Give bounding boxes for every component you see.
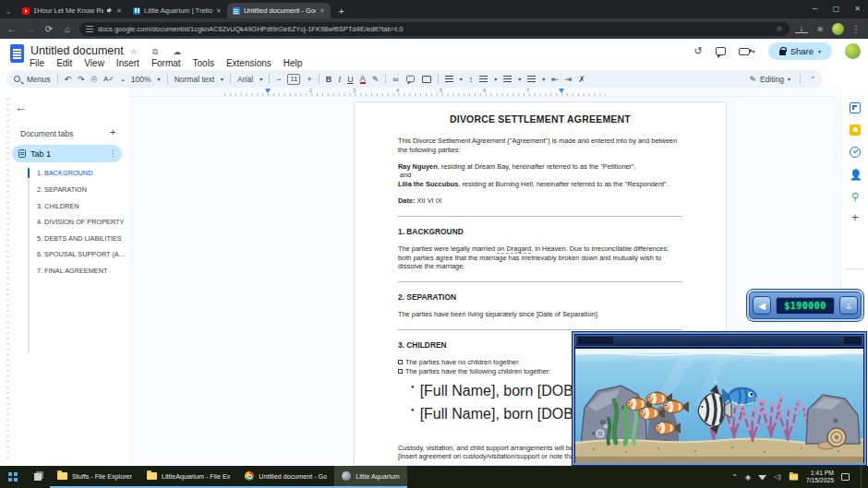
outline-item-final[interactable]: 7. FINAL AGREEMENT — [37, 267, 127, 275]
align-icon[interactable] — [445, 76, 453, 82]
right-indent-marker[interactable] — [559, 89, 564, 93]
checklist-icon[interactable] — [479, 76, 488, 82]
aquarium-game-window[interactable] — [573, 332, 866, 465]
taskbar-app-file-explorer[interactable]: Stuffs - File Explorer — [50, 466, 139, 488]
redo-icon[interactable]: ↷ — [78, 75, 85, 84]
tasks-icon[interactable] — [850, 147, 861, 158]
outline-item-support[interactable]: 6. SPOUSAL SUPPORT (A... — [37, 250, 127, 258]
browser-profile-avatar[interactable] — [832, 23, 844, 35]
menu-file[interactable]: File — [30, 58, 44, 68]
editing-mode-select[interactable]: ✎ Editing ▾ — [750, 75, 791, 84]
taskbar-clock[interactable]: 1:41 PM 7/15/2025 — [806, 470, 834, 484]
notification-center-icon[interactable] — [841, 473, 850, 481]
dropbox-icon[interactable]: ◈ — [745, 473, 751, 482]
minimize-button[interactable]: ─ — [804, 0, 826, 17]
insert-comment-icon[interactable] — [406, 76, 415, 82]
maximize-button[interactable]: ▢ — [826, 0, 847, 17]
meet-icon[interactable]: ▾ — [739, 48, 755, 55]
clear-formatting-icon[interactable]: ✗ — [578, 75, 585, 84]
title-action-icons[interactable]: ☆ ⧉ ☁ — [130, 47, 187, 57]
audio-playing-icon[interactable] — [107, 7, 113, 14]
outline-item-background[interactable]: 1. BACKGROUND — [37, 169, 127, 177]
outline-item-debts[interactable]: 5. DEBTS AND LIABILITIES — [37, 234, 127, 243]
left-indent-marker[interactable] — [265, 89, 271, 93]
contacts-icon[interactable]: 👤 — [850, 169, 861, 180]
paint-format-icon[interactable]: ⟓ — [121, 75, 125, 84]
horizontal-ruler[interactable]: 1 2 3 4 5 6 7 — [129, 88, 834, 97]
downloads-icon[interactable]: ↓ — [795, 24, 808, 33]
menus-button[interactable]: Menus — [27, 75, 51, 84]
collapse-toolbar-icon[interactable]: ⌃ — [810, 76, 815, 83]
version-history-icon[interactable]: ↺ — [693, 45, 702, 57]
browser-tab-trello[interactable]: Little Aquarium | Trello ✕ — [127, 3, 227, 18]
underline-button[interactable]: U — [347, 75, 354, 84]
bold-button[interactable]: B — [326, 75, 332, 84]
font-size-decrease[interactable]: − — [276, 75, 281, 84]
back-icon[interactable]: ← — [6, 24, 18, 34]
share-button[interactable]: Share▾ — [768, 42, 832, 60]
font-size-field[interactable]: 11 — [287, 74, 300, 85]
undo-icon[interactable]: ↶ — [65, 75, 72, 84]
text-color-button[interactable]: A — [360, 75, 366, 84]
get-addons-icon[interactable]: + — [850, 212, 861, 223]
menu-edit[interactable]: Edit — [56, 58, 72, 68]
keep-icon[interactable] — [850, 125, 861, 136]
numbered-list-icon[interactable] — [527, 76, 536, 82]
google-docs-icon[interactable] — [10, 44, 24, 63]
bulleted-list-icon[interactable] — [503, 76, 512, 82]
print-icon[interactable]: ⎙ — [91, 75, 97, 84]
back-arrow-icon[interactable]: ← — [15, 101, 27, 114]
insert-image-icon[interactable] — [422, 76, 431, 83]
site-settings-icon[interactable] — [86, 26, 93, 32]
docs-profile-avatar[interactable] — [845, 43, 861, 59]
menu-format[interactable]: Format — [151, 58, 181, 68]
task-view-button[interactable] — [26, 466, 50, 488]
tab-search-icon[interactable]: ⌄ — [0, 4, 17, 18]
outline-item-children[interactable]: 3. CHILDREN — [37, 202, 127, 210]
tray-expand-icon[interactable]: ⌃ — [731, 473, 738, 482]
font-size-increase[interactable]: + — [307, 75, 311, 84]
browser-menu-icon[interactable]: ⋮ — [850, 24, 862, 34]
wifi-icon[interactable] — [758, 474, 766, 481]
menu-insert[interactable]: Insert — [116, 58, 139, 68]
tab-close-icon[interactable]: ✕ — [319, 7, 325, 15]
line-spacing-icon[interactable]: ↕ — [469, 75, 474, 84]
widget-prev-button[interactable]: ◀ — [753, 296, 771, 315]
highlight-button[interactable]: ✎ — [372, 75, 380, 84]
italic-button[interactable]: I — [338, 75, 341, 84]
home-icon[interactable]: ⌂ — [61, 24, 74, 34]
close-button[interactable]: ✕ — [847, 0, 868, 17]
calendar-icon[interactable] — [850, 102, 861, 113]
menu-extensions[interactable]: Extensions — [226, 58, 271, 68]
browser-tab-youtube[interactable]: 1Hour Let Me Know Remi ✕ — [17, 3, 127, 18]
indent-increase-icon[interactable]: ⇥ — [565, 75, 573, 84]
forward-icon[interactable]: → — [24, 24, 37, 34]
start-button[interactable] — [0, 466, 26, 488]
new-tab-button[interactable]: + — [334, 4, 349, 18]
tab-close-icon[interactable]: ✕ — [216, 7, 222, 15]
taskbar-app-littleaquarium-folder[interactable]: LittleAquarium - File Ex — [139, 466, 237, 488]
address-bar[interactable]: docs.google.com/document/d/1cgknAC6ZvUQk… — [79, 22, 790, 36]
extensions-icon[interactable]: ≋ — [814, 25, 826, 33]
widget-move-handle[interactable]: ↔↕ — [839, 296, 858, 315]
tab-close-icon[interactable]: ✕ — [116, 7, 122, 15]
aquarium-title-bar[interactable] — [575, 335, 863, 347]
tab-options-icon[interactable]: ⋮ — [109, 149, 115, 158]
doc-tab-1[interactable]: Tab 1 ⋮ — [12, 145, 122, 162]
comments-icon[interactable] — [716, 47, 726, 55]
menu-tools[interactable]: Tools — [193, 58, 214, 68]
outline-item-property[interactable]: 4. DIVISION OF PROPERTY — [37, 218, 127, 226]
taskbar-app-little-aquarium-game[interactable]: Little Aquarium — [334, 466, 407, 488]
menu-help[interactable]: Help — [283, 58, 303, 68]
volume-icon[interactable]: ◁) — [774, 473, 781, 481]
reload-icon[interactable]: ⟳ — [42, 24, 55, 34]
paragraph-style-select[interactable]: Normal text — [175, 75, 214, 84]
maps-icon[interactable]: ⚲ — [850, 191, 861, 202]
add-tab-icon[interactable]: + — [110, 126, 115, 137]
search-menus-icon[interactable] — [14, 76, 20, 82]
font-select[interactable]: Arial — [237, 75, 253, 84]
bookmark-star-icon[interactable]: ☆ — [776, 24, 783, 33]
game-money-widget[interactable]: ◀ $190000 ↔↕ — [747, 290, 863, 321]
document-title[interactable]: Untitled document — [30, 44, 124, 57]
show-desktop-strip[interactable] — [861, 466, 864, 488]
